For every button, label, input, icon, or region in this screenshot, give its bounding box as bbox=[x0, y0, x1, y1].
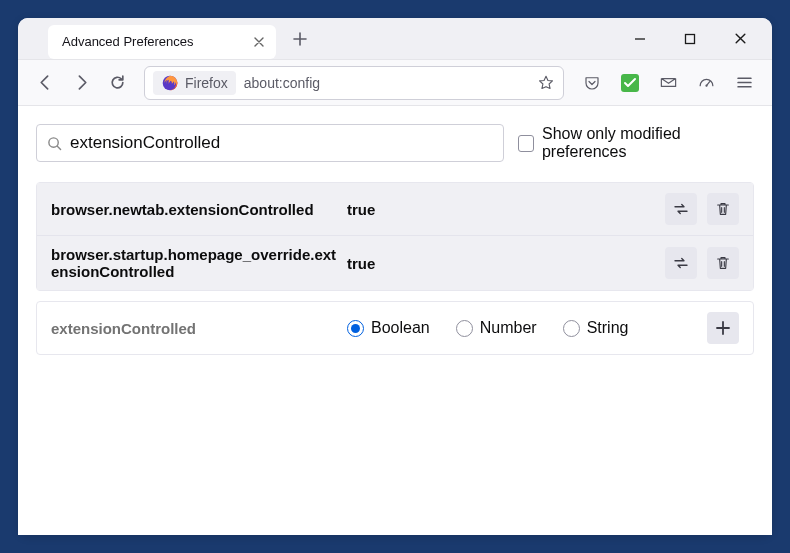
radio-label: Boolean bbox=[371, 319, 430, 337]
new-pref-name: extensionControlled bbox=[51, 320, 341, 337]
dashboard-icon[interactable] bbox=[690, 67, 722, 99]
radio-number[interactable]: Number bbox=[456, 319, 537, 337]
pref-actions bbox=[665, 193, 739, 225]
radio-string[interactable]: String bbox=[563, 319, 629, 337]
bookmark-star-icon[interactable] bbox=[537, 74, 555, 92]
radio-icon bbox=[456, 320, 473, 337]
search-box[interactable] bbox=[36, 124, 504, 162]
radio-label: Number bbox=[480, 319, 537, 337]
extension-icon[interactable] bbox=[614, 67, 646, 99]
search-row: Show only modified preferences bbox=[36, 124, 754, 162]
radio-icon bbox=[347, 320, 364, 337]
pref-name: browser.startup.homepage_override.extens… bbox=[51, 246, 341, 280]
pref-value: true bbox=[347, 201, 375, 218]
pref-actions bbox=[707, 312, 739, 344]
radio-boolean[interactable]: Boolean bbox=[347, 319, 430, 337]
nav-toolbar: Firefox about:config bbox=[18, 60, 772, 106]
new-tab-button[interactable] bbox=[286, 25, 314, 53]
identity-label: Firefox bbox=[185, 75, 228, 91]
tab-title: Advanced Preferences bbox=[62, 34, 194, 49]
forward-button[interactable] bbox=[66, 68, 96, 98]
radio-label: String bbox=[587, 319, 629, 337]
toggle-button[interactable] bbox=[665, 193, 697, 225]
pref-row: extensionControlled Boolean Number Strin… bbox=[37, 302, 753, 354]
search-input[interactable] bbox=[70, 133, 493, 153]
back-button[interactable] bbox=[30, 68, 60, 98]
mail-icon[interactable] bbox=[652, 67, 684, 99]
config-content: Show only modified preferences browser.n… bbox=[18, 106, 772, 535]
svg-rect-0 bbox=[686, 34, 695, 43]
delete-button[interactable] bbox=[707, 247, 739, 279]
tab-bar: Advanced Preferences bbox=[18, 18, 772, 60]
show-modified-label: Show only modified preferences bbox=[542, 125, 754, 161]
close-tab-icon[interactable] bbox=[252, 35, 266, 49]
url-bar[interactable]: Firefox about:config bbox=[144, 66, 564, 100]
maximize-button[interactable] bbox=[676, 25, 704, 53]
search-icon bbox=[47, 136, 62, 151]
checkbox-icon bbox=[518, 135, 534, 152]
firefox-logo-icon bbox=[161, 74, 179, 92]
pref-row[interactable]: browser.newtab.extensionControlled true bbox=[37, 183, 753, 235]
minimize-button[interactable] bbox=[626, 25, 654, 53]
hamburger-menu-icon[interactable] bbox=[728, 67, 760, 99]
browser-window: Advanced Preferences bbox=[18, 18, 772, 535]
prefs-table: browser.newtab.extensionControlled true … bbox=[36, 182, 754, 291]
pref-row[interactable]: browser.startup.homepage_override.extens… bbox=[37, 235, 753, 290]
pref-value: true bbox=[347, 255, 375, 272]
url-text: about:config bbox=[244, 75, 537, 91]
identity-box[interactable]: Firefox bbox=[153, 71, 236, 95]
close-window-button[interactable] bbox=[726, 25, 754, 53]
reload-button[interactable] bbox=[102, 68, 132, 98]
toggle-button[interactable] bbox=[665, 247, 697, 279]
pref-name: browser.newtab.extensionControlled bbox=[51, 201, 341, 218]
show-modified-checkbox[interactable]: Show only modified preferences bbox=[518, 125, 754, 161]
delete-button[interactable] bbox=[707, 193, 739, 225]
type-radio-group: Boolean Number String bbox=[347, 319, 628, 337]
radio-icon bbox=[563, 320, 580, 337]
svg-point-3 bbox=[705, 85, 707, 87]
pref-actions bbox=[665, 247, 739, 279]
tab-active[interactable]: Advanced Preferences bbox=[48, 25, 276, 59]
new-pref-row: extensionControlled Boolean Number Strin… bbox=[36, 301, 754, 355]
window-controls bbox=[626, 25, 764, 53]
add-button[interactable] bbox=[707, 312, 739, 344]
pocket-icon[interactable] bbox=[576, 67, 608, 99]
